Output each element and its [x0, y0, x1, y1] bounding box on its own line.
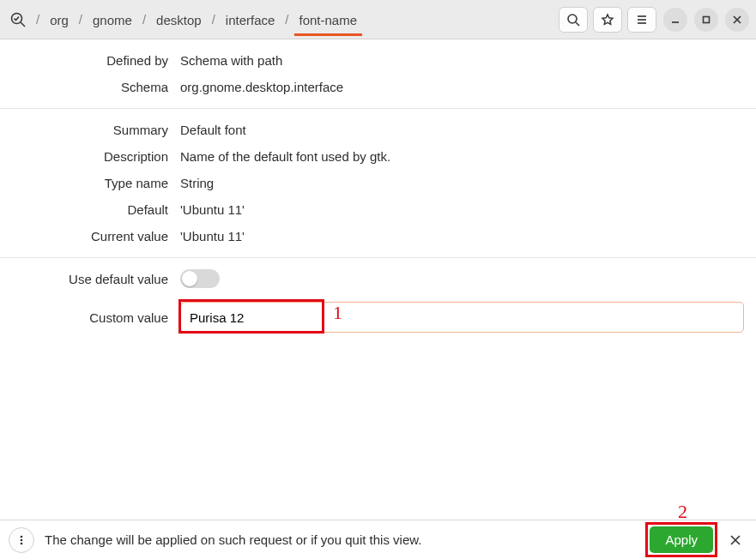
description-row: Description Name of the default font use…: [0, 143, 756, 170]
defined-by-label: Defined by: [0, 53, 180, 68]
typename-label: Type name: [0, 176, 180, 190]
schema-label: Schema: [0, 80, 180, 94]
summary-row: Summary Default font: [0, 117, 756, 143]
info-section: Summary Default font Description Name of…: [0, 109, 756, 258]
breadcrumb-separator: /: [283, 12, 290, 27]
breadcrumb-interface[interactable]: interface: [221, 3, 281, 36]
default-value: 'Ubuntu 11': [180, 202, 756, 217]
typename-value: String: [180, 176, 756, 190]
minimize-button[interactable]: [663, 8, 687, 32]
search-button[interactable]: [559, 7, 588, 33]
menu-button[interactable]: [627, 7, 656, 33]
breadcrumb: / org / gnome / desktop / interface / fo…: [34, 3, 553, 36]
schema-row: Schema org.gnome.desktop.interface: [0, 74, 756, 100]
current-value-label: Current value: [0, 229, 180, 243]
schema-value: org.gnome.desktop.interface: [180, 80, 756, 94]
svg-point-13: [21, 542, 23, 544]
use-default-toggle[interactable]: [180, 269, 220, 288]
description-label: Description: [0, 149, 180, 164]
apply-wrap: Apply: [650, 526, 713, 553]
svg-rect-8: [704, 16, 710, 22]
svg-point-2: [568, 15, 577, 23]
defined-by-row: Defined by Schema with path: [0, 47, 756, 74]
custom-value-input[interactable]: [180, 302, 744, 333]
app-icon[interactable]: [7, 9, 29, 31]
breadcrumb-gnome[interactable]: gnome: [88, 3, 137, 36]
breadcrumb-desktop[interactable]: desktop: [151, 3, 207, 36]
close-button[interactable]: [725, 8, 749, 32]
breadcrumb-separator: /: [141, 12, 148, 27]
current-value-value: 'Ubuntu 11': [180, 229, 756, 243]
use-default-control: [180, 269, 756, 288]
maximize-button[interactable]: [694, 8, 718, 32]
svg-line-1: [21, 22, 25, 27]
breadcrumb-separator: /: [34, 12, 41, 27]
bookmark-button[interactable]: [593, 7, 622, 33]
breadcrumb-org[interactable]: org: [45, 3, 74, 36]
breadcrumb-separator: /: [77, 12, 84, 27]
dismiss-button[interactable]: [723, 528, 747, 552]
defined-by-value: Schema with path: [180, 53, 756, 68]
svg-point-11: [21, 535, 23, 538]
use-default-row: Use default value: [0, 263, 756, 294]
custom-value-label: Custom value: [0, 310, 180, 325]
breadcrumb-separator: /: [210, 12, 217, 27]
default-row: Default 'Ubuntu 11': [0, 196, 756, 223]
description-value: Name of the default font used by gtk.: [180, 149, 756, 164]
current-value-row: Current value 'Ubuntu 11': [0, 223, 756, 249]
default-label: Default: [0, 202, 180, 217]
custom-value-row: Custom value 1: [0, 294, 756, 338]
apply-button[interactable]: Apply: [650, 526, 713, 553]
schema-section: Defined by Schema with path Schema org.g…: [0, 39, 756, 109]
summary-value: Default font: [180, 123, 756, 137]
status-text: The change will be applied on such reque…: [45, 532, 639, 547]
info-button[interactable]: [9, 527, 34, 553]
content-area: Defined by Schema with path Schema org.g…: [0, 39, 756, 520]
svg-point-12: [21, 538, 23, 541]
use-default-label: Use default value: [0, 272, 180, 286]
svg-line-3: [576, 22, 579, 26]
breadcrumb-font-name[interactable]: font-name: [294, 3, 363, 36]
header-bar: / org / gnome / desktop / interface / fo…: [0, 0, 756, 39]
header-controls: [559, 7, 749, 33]
summary-label: Summary: [0, 123, 180, 137]
typename-row: Type name String: [0, 170, 756, 196]
custom-value-input-wrap: 1: [180, 302, 756, 333]
bottom-bar: The change will be applied on such reque…: [0, 520, 756, 559]
edit-section: Use default value Custom value 1: [0, 258, 756, 343]
